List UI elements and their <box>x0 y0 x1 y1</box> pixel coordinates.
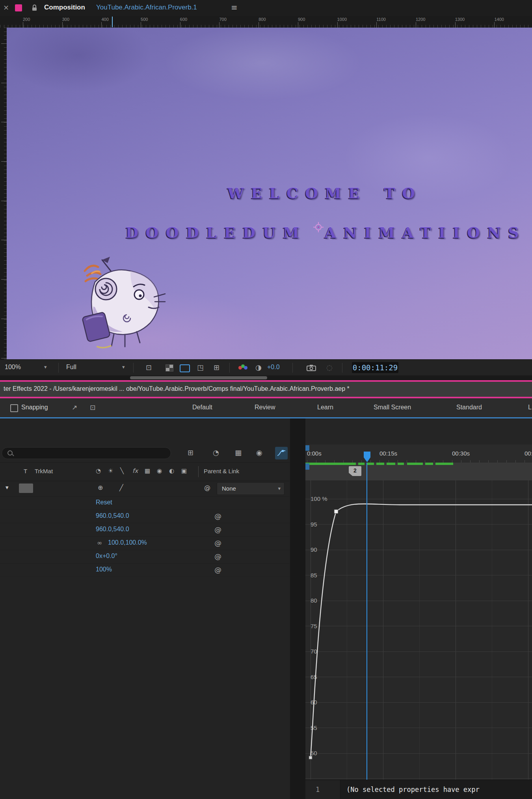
parent-dropdown[interactable]: None ▾ <box>217 482 285 495</box>
anchor-point-row: 960.0,540.0 @ <box>0 510 290 523</box>
snap-options-icon[interactable]: ↗ <box>72 403 77 411</box>
layer-row[interactable]: ▾ ⊕ ╱ @ None ▾ <box>0 480 290 497</box>
frame-blend-column-icon[interactable]: ▦ <box>145 467 150 474</box>
playhead-line[interactable] <box>366 463 367 780</box>
ruler-label: 800 <box>259 17 266 22</box>
shy-layers-icon[interactable]: ◔ <box>213 448 219 457</box>
twirl-chevron-icon[interactable]: ▾ <box>6 484 9 491</box>
pick-whip-icon[interactable]: @ <box>214 539 221 547</box>
workspace-tab-review[interactable]: Review <box>255 404 275 411</box>
current-timecode[interactable]: 0:00:11:29 <box>352 362 398 373</box>
shy-column-icon[interactable]: ◔ <box>96 467 101 474</box>
transparency-grid-icon[interactable] <box>166 364 173 371</box>
frame-blending-icon[interactable]: ▦ <box>235 448 242 457</box>
close-icon[interactable]: × <box>3 3 9 11</box>
pick-whip-icon[interactable]: @ <box>214 566 221 574</box>
anchor-point-icon[interactable] <box>313 222 324 233</box>
snapshot-camera-icon[interactable] <box>307 364 316 371</box>
zoom-dropdown[interactable]: 100% <box>5 364 21 371</box>
snapping-checkbox[interactable] <box>10 404 18 412</box>
motion-blur-icon[interactable]: ◉ <box>256 448 262 457</box>
rotation-value[interactable]: 0x+0.0° <box>96 553 117 560</box>
scale-value[interactable]: 100.0,100.0% <box>108 539 147 546</box>
anchor-point-value[interactable]: 960.0,540.0 <box>96 512 129 519</box>
comp-title-line1: WELCOME TO <box>227 185 422 202</box>
quality-switch-icon[interactable]: ╱ <box>119 484 123 491</box>
pick-whip-icon[interactable]: @ <box>214 525 221 534</box>
opacity-row: 100% @ <box>0 563 290 577</box>
channels-icon[interactable] <box>244 366 247 370</box>
preview-screen-icon[interactable]: ⊡ <box>146 363 152 371</box>
collapse-transformations-icon[interactable]: ☀ <box>108 467 113 474</box>
workspace-tab-learn[interactable]: Learn <box>317 404 333 411</box>
composition-marker[interactable]: 2 <box>349 466 361 476</box>
panel-divider[interactable] <box>290 418 305 799</box>
scrollbar-thumb[interactable] <box>130 376 267 379</box>
reset-link[interactable]: Reset <box>96 499 112 506</box>
exposure-value[interactable]: +0.0 <box>267 364 280 371</box>
cached-frames-indicator <box>435 463 453 465</box>
column-trkmat: TrkMat <box>35 468 53 474</box>
marker-cache-lane: 2 <box>305 463 532 480</box>
chevron-down-icon[interactable]: ▾ <box>44 364 47 370</box>
effects-column-icon[interactable]: fx <box>132 467 138 474</box>
composition-viewport[interactable]: WELCOME TO DOODLEDUM ANIMATIIONS <box>7 28 532 359</box>
graph-time-ruler[interactable]: 0:00s00:15s00:30s00:45s <box>305 444 532 463</box>
ruler-guide-mark <box>112 17 113 27</box>
ruler-label: 1200 <box>416 17 425 22</box>
snapping-label: Snapping <box>21 404 48 411</box>
ruler-label: 300 <box>62 17 69 22</box>
cloud-highlight <box>125 28 401 114</box>
transform-reset-row: Reset <box>0 496 290 510</box>
exposure-icon[interactable]: ◑ <box>255 363 262 371</box>
constrain-proportions-icon[interactable]: ∞ <box>97 539 102 547</box>
opacity-curve[interactable] <box>305 480 532 780</box>
expression-field: 1 (No selected properties have expr <box>305 780 532 799</box>
motion-blur-column-icon[interactable]: ◉ <box>157 467 162 474</box>
position-value[interactable]: 960.0,540.0 <box>96 526 129 533</box>
app-title-text: ter Effects 2022 - /Users/karenjeromeski… <box>4 385 350 392</box>
region-of-interest-icon[interactable]: ◳ <box>197 363 204 371</box>
after-effects-app: × Composition YouTube.Arabic.African.Pro… <box>0 0 532 799</box>
mask-visibility-icon[interactable] <box>180 364 190 372</box>
expression-line-gutter <box>305 780 340 799</box>
expression-line-number: 1 <box>316 786 320 793</box>
workspace-tab-libraries[interactable]: L <box>528 404 532 411</box>
pick-whip-icon[interactable]: @ <box>214 552 221 560</box>
chevron-down-icon[interactable]: ▾ <box>122 364 125 370</box>
anchor-switch-icon[interactable]: ⊕ <box>98 484 103 491</box>
quality-column-icon[interactable]: ╲ <box>120 467 124 474</box>
composition-name[interactable]: YouTube.Arabic.African.Proverb.1 <box>96 4 197 11</box>
timeline-search-input[interactable] <box>2 447 171 459</box>
graph-editor-toggle[interactable] <box>275 447 288 459</box>
column-divider <box>198 466 199 477</box>
opacity-value[interactable]: 100% <box>96 566 112 573</box>
show-snapshot-icon[interactable]: ◌ <box>326 363 333 371</box>
grid-guides-icon[interactable]: ⊞ <box>214 363 219 371</box>
time-label: 00:45s <box>525 450 532 457</box>
panel-title[interactable]: Composition <box>44 4 85 11</box>
lock-icon[interactable] <box>32 4 37 11</box>
cached-frames-indicator <box>425 463 433 465</box>
pick-whip-icon[interactable]: @ <box>214 512 221 520</box>
horizontal-ruler: 2003004005006007008009001000110012001300… <box>0 16 532 28</box>
ruler-label: 600 <box>180 17 187 22</box>
snap-box-icon[interactable]: ⊡ <box>90 403 95 411</box>
workspace-tab-default[interactable]: Default <box>192 404 212 411</box>
parent-pick-whip-icon[interactable]: @ <box>204 484 210 491</box>
cloud-highlight <box>306 95 532 221</box>
panel-menu-icon[interactable]: ≡ <box>231 3 238 12</box>
cloud-shadow <box>7 28 180 106</box>
comp-horizontal-scrollbar <box>0 375 532 380</box>
3d-layer-column-icon[interactable]: ▣ <box>181 467 187 474</box>
layer-color-chip[interactable] <box>19 484 33 493</box>
app-title-bar: ter Effects 2022 - /Users/karenjeromeski… <box>0 382 532 397</box>
workspace-tab-small-screen[interactable]: Small Screen <box>374 404 411 411</box>
adjustment-layer-column-icon[interactable]: ◐ <box>169 467 174 474</box>
ruler-label: 200 <box>23 17 30 22</box>
graph-editor: 0:00s00:15s00:30s00:45s 2 100 %959085807… <box>305 418 532 799</box>
cached-frames-indicator <box>407 463 423 465</box>
workspace-tab-standard[interactable]: Standard <box>456 404 482 411</box>
comp-mini-flowchart-icon[interactable]: ⊞ <box>188 448 193 457</box>
resolution-dropdown[interactable]: Full <box>66 364 76 371</box>
